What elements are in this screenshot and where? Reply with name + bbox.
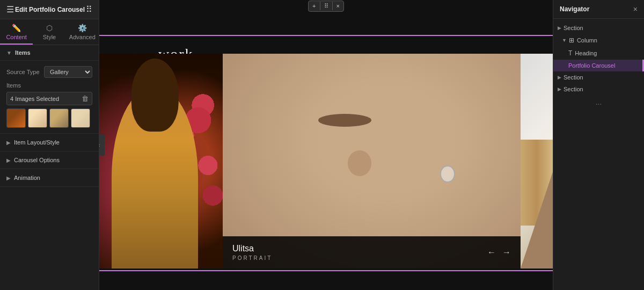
nav-section3-arrow: ▶ <box>558 86 561 92</box>
nav-item-section-2[interactable]: ▶ Section <box>553 71 644 83</box>
delete-element-button[interactable]: × <box>333 1 343 11</box>
column-icon: ⊞ <box>569 37 574 44</box>
images-count-text: 4 Images Selected <box>10 96 59 102</box>
grid-icon[interactable]: ⠿ <box>86 4 92 15</box>
source-type-label: Source Type <box>6 69 40 75</box>
images-count-row: 4 Images Selected 🗑 <box>6 92 92 105</box>
nav-item-portfolio-carousel[interactable]: Portfolio Carousel <box>553 60 644 71</box>
items-arrow-icon: ▼ <box>6 50 12 56</box>
nav-section2-arrow: ▶ <box>558 75 561 80</box>
panel-content: ▼ Items Source Type Gallery Custom Items… <box>0 45 99 290</box>
nav-section2-label: Section <box>564 74 583 81</box>
prev-arrow-button[interactable]: ← <box>487 248 496 257</box>
carousel-caption: Ulitsa PORTRAIT ← → <box>223 236 521 269</box>
nav-column-label: Column <box>577 37 597 44</box>
person-head <box>131 59 179 132</box>
style-icon: ⬡ <box>46 24 53 32</box>
trash-icon[interactable]: 🗑 <box>82 95 89 103</box>
thumbnail-3[interactable] <box>49 108 69 128</box>
nav-item-column[interactable]: ▼ ⊞ Column <box>553 34 644 47</box>
collapse-handle-button[interactable]: ‹ <box>99 134 105 156</box>
caption-name: Ulitsa <box>232 244 272 253</box>
nav-carousel-label: Portfolio Carousel <box>568 62 615 69</box>
source-type-select[interactable]: Gallery Custom <box>44 66 92 78</box>
animation-section[interactable]: ▶ Animation <box>0 169 99 187</box>
caption-text: Ulitsa PORTRAIT <box>232 244 272 261</box>
thumbnails-row <box>6 108 92 128</box>
nav-section3-label: Section <box>564 86 583 92</box>
left-panel: ☰ Edit Portfolio Carousel ⠿ ✏️ Content ⬡… <box>0 0 99 290</box>
canvas-pink-bottom-border <box>99 270 553 271</box>
canvas-pink-top-border <box>99 35 553 36</box>
nav-item-section-1[interactable]: ▶ Section <box>553 22 644 34</box>
tab-style[interactable]: ⬡ Style <box>33 19 65 45</box>
items-sub-label: Items <box>6 82 92 89</box>
panel-tabs: ✏️ Content ⬡ Style ⚙️ Advanced <box>0 19 99 45</box>
add-element-button[interactable]: + <box>309 1 319 11</box>
items-section-body: Source Type Gallery Custom Items 4 Image… <box>0 61 99 134</box>
advanced-icon: ⚙️ <box>78 24 87 32</box>
thumbnail-2[interactable] <box>28 108 47 128</box>
heading-icon: T <box>568 49 572 57</box>
nav-section1-arrow: ▶ <box>558 25 561 31</box>
canvas-area: + ⠿ × work- <box>99 0 553 290</box>
caption-subtitle: PORTRAIT <box>232 255 272 261</box>
hamburger-icon[interactable]: ☰ <box>6 4 14 15</box>
carousel-options-arrow-icon: ▶ <box>6 157 11 163</box>
source-type-row: Source Type Gallery Custom <box>6 66 92 78</box>
navigator-close-button[interactable]: × <box>633 5 638 13</box>
navigator-header: Navigator × <box>553 0 644 19</box>
canvas-toolbar: + ⠿ × <box>308 1 344 12</box>
nav-more-dots: ··· <box>553 95 644 112</box>
navigator-panel: Navigator × ▶ Section ▼ ⊞ Column T Headi… <box>553 0 644 290</box>
tab-content[interactable]: ✏️ Content <box>0 19 33 45</box>
person-silhouette <box>112 86 198 269</box>
tab-advanced[interactable]: ⚙️ Advanced <box>66 19 99 45</box>
face-eye <box>318 114 372 127</box>
nav-item-section-3[interactable]: ▶ Section <box>553 83 644 95</box>
item-layout-arrow-icon: ▶ <box>6 140 11 146</box>
nav-heading-label: Heading <box>575 50 597 56</box>
carousel-left-image[interactable] <box>99 54 223 269</box>
item-layout-section[interactable]: ▶ Item Layout/Style <box>0 134 99 151</box>
canvas-top-bar: + ⠿ × <box>99 0 553 12</box>
carousel-center-image[interactable]: Ulitsa PORTRAIT ← → <box>223 54 521 269</box>
nav-item-heading[interactable]: T Heading <box>553 47 644 60</box>
panel-title: Edit Portfolio Carousel <box>15 6 85 13</box>
carousel-container: Ulitsa PORTRAIT ← → <box>99 54 553 269</box>
thumbnail-1[interactable] <box>6 108 26 128</box>
face-earring <box>440 165 455 183</box>
move-element-button[interactable]: ⠿ <box>320 1 332 11</box>
thumbnail-4[interactable] <box>71 108 90 128</box>
navigator-tree: ▶ Section ▼ ⊞ Column T Heading Portfolio… <box>553 19 644 290</box>
nav-section1-label: Section <box>564 25 583 31</box>
carousel-options-section[interactable]: ▶ Carousel Options <box>0 151 99 169</box>
next-arrow-button[interactable]: → <box>502 248 511 257</box>
right-triangle-shape <box>521 172 553 269</box>
content-icon: ✏️ <box>12 24 21 32</box>
caption-arrows: ← → <box>487 248 511 257</box>
panel-header: ☰ Edit Portfolio Carousel ⠿ <box>0 0 99 19</box>
face-nose <box>348 150 371 176</box>
carousel-right-image <box>521 54 553 269</box>
navigator-title: Navigator <box>560 5 589 13</box>
items-section-header[interactable]: ▼ Items <box>0 45 99 61</box>
portrait-background <box>99 54 223 269</box>
animation-arrow-icon: ▶ <box>6 175 11 181</box>
nav-column-arrow: ▼ <box>562 38 567 43</box>
